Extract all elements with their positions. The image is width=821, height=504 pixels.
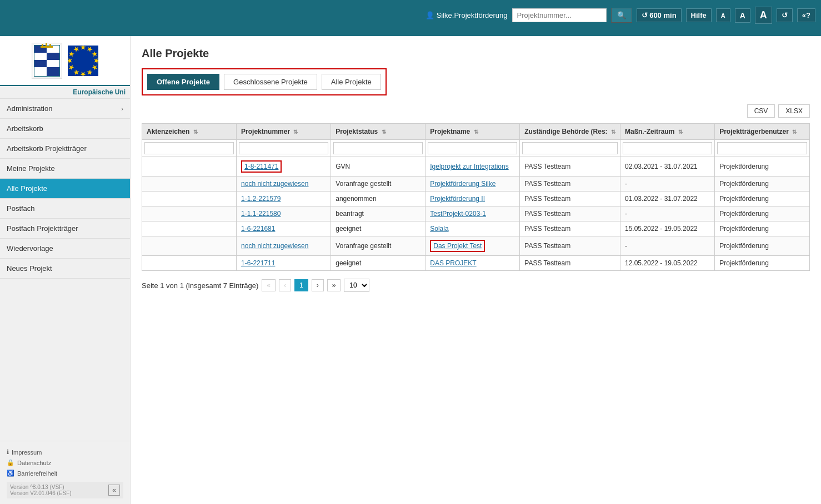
collapse-sidebar-button[interactable]: « — [108, 485, 120, 496]
eu-flag-icon — [68, 46, 98, 76]
sidebar-item-postfach[interactable]: Postfach — [0, 199, 130, 219]
xlsx-export-button[interactable]: XLSX — [778, 104, 810, 118]
col-projektstatus[interactable]: Projektstatus ⇅ — [331, 124, 425, 140]
filter-aktenzeichen[interactable] — [144, 142, 234, 154]
filter-zeitraum[interactable] — [623, 142, 712, 154]
cell-behoerde: PASS Testteam — [520, 236, 620, 256]
page-size-select[interactable]: 10 25 50 — [344, 279, 369, 292]
col-aktenzeichen[interactable]: Aktenzeichen ⇅ — [142, 124, 237, 140]
table-row: noch nicht zugewiesenVoranfrage gestellt… — [142, 236, 810, 256]
projects-table: Aktenzeichen ⇅ Projektnummer ⇅ Projektst… — [142, 123, 810, 271]
pagination-last[interactable]: » — [327, 279, 341, 291]
col-projektname[interactable]: Projektname ⇅ — [425, 124, 520, 140]
help-symbol-button[interactable]: «? — [797, 8, 815, 22]
datenschutz-link[interactable]: 🔒 Datenschutz — [7, 457, 123, 468]
filter-projektstatus[interactable] — [333, 142, 423, 154]
bavaria-coat-icon — [32, 43, 62, 79]
cell-projektstatus: geeignet — [331, 256, 425, 271]
cell-projektnummer: noch nicht zugewiesen — [237, 177, 331, 191]
filter-offene-projekte[interactable]: Offene Projekte — [147, 74, 219, 90]
refresh-button[interactable]: ↺ — [777, 8, 793, 22]
search-button[interactable]: 🔍 — [611, 8, 632, 23]
projektnummer-link[interactable]: noch nicht zugewiesen — [241, 180, 308, 188]
csv-export-button[interactable]: CSV — [747, 104, 775, 118]
svg-rect-7 — [47, 60, 59, 67]
projektname-link[interactable]: TestProjekt-0203-1 — [430, 210, 486, 218]
help-button[interactable]: Hilfe — [686, 8, 712, 22]
projektname-link[interactable]: DAS PROJEKT — [430, 259, 476, 267]
cell-projektnummer: 1-6-221711 — [237, 256, 331, 271]
sidebar-item-arbeitskorb[interactable]: Arbeitskorb — [0, 119, 130, 139]
pagination-next[interactable]: › — [312, 279, 324, 291]
sidebar-item-alle-projekte[interactable]: Alle Projekte — [0, 179, 130, 199]
sidebar-item-label: Administration — [7, 104, 52, 113]
font-large-button[interactable]: A — [755, 7, 772, 24]
cell-aktenzeichen — [142, 191, 237, 206]
projektname-link[interactable]: Solala — [430, 225, 448, 233]
projektnummer-link[interactable]: 1-8-211471 — [241, 160, 282, 173]
sidebar-item-wiedervorlage[interactable]: Wiedervorlage — [0, 239, 130, 259]
cell-projektstatus: angenommen — [331, 191, 425, 206]
sidebar-item-arbeitskorb-projekttraeger[interactable]: Arbeitskorb Projektträger — [0, 139, 130, 159]
sidebar-item-label: Arbeitskorb Projektträger — [7, 144, 87, 153]
filter-alle-projekte[interactable]: Alle Projekte — [322, 74, 381, 90]
timer-button[interactable]: ↺ 600 min — [637, 8, 682, 22]
sidebar-item-neues-projekt[interactable]: Neues Projekt — [0, 259, 130, 279]
cell-aktenzeichen — [142, 177, 237, 191]
font-large-label: A — [760, 9, 767, 21]
pagination-first[interactable]: « — [262, 279, 276, 291]
svg-rect-6 — [34, 60, 47, 67]
projektnummer-link[interactable]: 1-6-221711 — [241, 259, 275, 267]
cell-projektnummer: 1-8-211471 — [237, 157, 331, 177]
content-area: Alle Projekte Offene Projekte Geschlosse… — [131, 36, 821, 504]
font-small-label: A — [721, 12, 725, 19]
font-small-button[interactable]: A — [716, 8, 730, 22]
sort-icon-projektnummer: ⇅ — [293, 129, 298, 135]
pagination-page-1[interactable]: 1 — [294, 279, 308, 291]
filter-geschlossene-projekte[interactable]: Geschlossene Projekte — [224, 74, 317, 90]
filter-projektname[interactable] — [428, 142, 517, 154]
sidebar-item-label: Arbeitskorb — [7, 124, 43, 133]
info-icon: ℹ — [7, 448, 9, 456]
filter-projektnummer[interactable] — [239, 142, 328, 154]
filter-behoerde[interactable] — [522, 142, 618, 154]
col-zeitraum[interactable]: Maßn.-Zeitraum ⇅ — [620, 124, 714, 140]
cell-behoerde: PASS Testteam — [520, 256, 620, 271]
projektnummer-link[interactable]: 1-6-221681 — [241, 225, 275, 233]
table-row: 1-1.1-221580beantragtTestProjekt-0203-1P… — [142, 206, 810, 221]
sidebar-item-label: Postfach — [7, 204, 35, 213]
cell-projektstatus: geeignet — [331, 221, 425, 236]
user-icon: 👤 — [425, 11, 434, 19]
project-number-search[interactable] — [512, 8, 607, 22]
barrierefreiheit-link[interactable]: ♿ Barrierefreiheit — [7, 468, 123, 478]
main-layout: Europäische Uni Administration › Arbeits… — [0, 36, 821, 504]
font-medium-button[interactable]: A — [735, 8, 750, 23]
cell-zeitraum: - — [620, 206, 714, 221]
sidebar-item-postfach-projekttraeger[interactable]: Postfach Projektträger — [0, 219, 130, 239]
cell-projektname: Igelprojekt zur Integrations — [425, 157, 520, 177]
col-projektnummer[interactable]: Projektnummer ⇅ — [237, 124, 331, 140]
sidebar-item-meine-projekte[interactable]: Meine Projekte — [0, 159, 130, 179]
svg-rect-8 — [34, 67, 47, 76]
col-benutzer[interactable]: Projektträgerbenutzer ⇅ — [715, 124, 810, 140]
cell-behoerde: PASS Testteam — [520, 206, 620, 221]
projektname-link[interactable]: Das Projekt Test — [430, 240, 485, 252]
pagination: Seite 1 von 1 (insgesamt 7 Einträge) « ‹… — [142, 279, 810, 292]
cell-benutzer: Projektförderung — [715, 157, 810, 177]
projektnummer-link[interactable]: 1-1.2-221579 — [241, 195, 281, 203]
projektnummer-link[interactable]: 1-1.1-221580 — [241, 210, 281, 218]
impressum-link[interactable]: ℹ Impressum — [7, 447, 123, 457]
projektnummer-link[interactable]: noch nicht zugewiesen — [241, 242, 308, 250]
impressum-label: Impressum — [12, 449, 42, 456]
projektname-link[interactable]: Projektförderung Silke — [430, 180, 495, 188]
cell-aktenzeichen — [142, 256, 237, 271]
cell-projektstatus: beantragt — [331, 206, 425, 221]
filter-benutzer[interactable] — [717, 142, 807, 154]
accent-bar — [0, 31, 821, 36]
col-behoerde[interactable]: Zuständige Behörde (Res: ⇅ — [520, 124, 620, 140]
cell-projektname: Das Projekt Test — [425, 236, 520, 256]
projektname-link[interactable]: Igelprojekt zur Integrations — [430, 163, 508, 170]
projektname-link[interactable]: Projektförderung II — [430, 195, 485, 203]
sidebar-item-administration[interactable]: Administration › — [0, 99, 130, 119]
pagination-prev[interactable]: ‹ — [279, 279, 291, 291]
